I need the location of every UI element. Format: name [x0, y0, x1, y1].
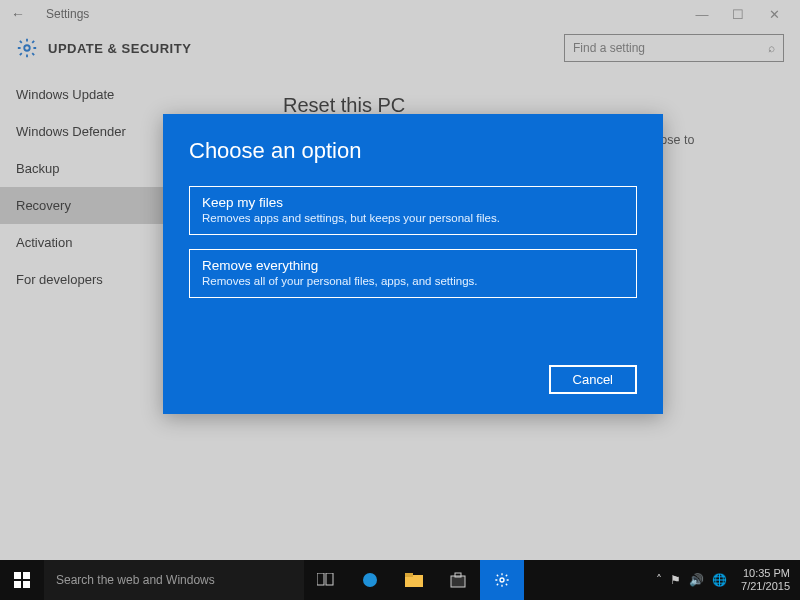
- clock-date: 7/21/2015: [741, 580, 790, 593]
- svg-rect-2: [23, 572, 30, 579]
- option-title: Remove everything: [202, 258, 624, 273]
- option-desc: Removes apps and settings, but keeps you…: [202, 212, 624, 224]
- taskbar-search-input[interactable]: Search the web and Windows: [44, 560, 304, 600]
- taskbar: Search the web and Windows ˄ ⚑ 🔊 🌐 10:35…: [0, 560, 800, 600]
- taskbar-clock[interactable]: 10:35 PM 7/21/2015: [735, 567, 790, 592]
- taskbar-pinned: [304, 560, 524, 600]
- option-keep-my-files[interactable]: Keep my files Removes apps and settings,…: [189, 186, 637, 235]
- tray-security-icon[interactable]: ⚑: [670, 573, 681, 587]
- option-title: Keep my files: [202, 195, 624, 210]
- svg-rect-3: [14, 581, 21, 588]
- system-tray: ˄ ⚑ 🔊 🌐 10:35 PM 7/21/2015: [656, 567, 800, 592]
- file-explorer-icon[interactable]: [392, 560, 436, 600]
- taskbar-search-placeholder: Search the web and Windows: [56, 573, 215, 587]
- cancel-button[interactable]: Cancel: [549, 365, 637, 394]
- clock-time: 10:35 PM: [741, 567, 790, 580]
- svg-rect-9: [405, 573, 413, 577]
- svg-point-7: [363, 573, 377, 587]
- tray-chevron-icon[interactable]: ˄: [656, 573, 662, 587]
- edge-icon[interactable]: [348, 560, 392, 600]
- svg-rect-6: [326, 573, 333, 585]
- store-icon[interactable]: [436, 560, 480, 600]
- dialog-title: Choose an option: [189, 138, 637, 164]
- settings-taskbar-icon[interactable]: [480, 560, 524, 600]
- windows-logo-icon: [14, 572, 30, 588]
- tray-volume-icon[interactable]: 🔊: [689, 573, 704, 587]
- svg-rect-4: [23, 581, 30, 588]
- tray-network-icon[interactable]: 🌐: [712, 573, 727, 587]
- svg-rect-1: [14, 572, 21, 579]
- start-button[interactable]: [0, 560, 44, 600]
- option-remove-everything[interactable]: Remove everything Removes all of your pe…: [189, 249, 637, 298]
- svg-rect-10: [451, 576, 465, 587]
- option-desc: Removes all of your personal files, apps…: [202, 275, 624, 287]
- task-view-icon[interactable]: [304, 560, 348, 600]
- svg-point-12: [500, 578, 504, 582]
- reset-dialog: Choose an option Keep my files Removes a…: [163, 114, 663, 414]
- svg-rect-5: [317, 573, 324, 585]
